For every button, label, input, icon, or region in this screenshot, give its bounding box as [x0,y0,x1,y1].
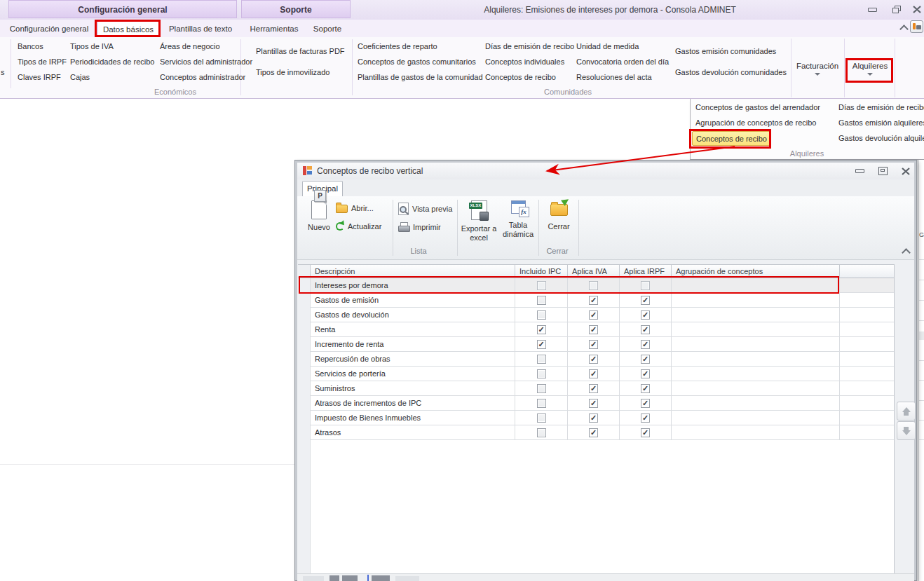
grid-row-6[interactable]: Servicios de portería✓✓ [298,367,894,381]
aplica-irpf-checkbox[interactable]: ✓ [641,310,650,320]
aplica-irpf-checkbox[interactable]: ✓ [641,384,650,393]
aplica-iva-checkbox[interactable]: ✓ [589,340,598,349]
menu-item-2[interactable]: Gastos devolución alquileres [835,131,924,146]
grid-row-2[interactable]: Gastos de devolución✓✓ [298,308,894,322]
aplica-irpf-checkbox[interactable]: ✓ [641,325,650,334]
ribbon-item-0[interactable]: Tipos de IVA [67,39,117,54]
dialog-titlebar[interactable]: Conceptos de recibo vertical [297,163,914,180]
menu-item-0[interactable]: Conceptos de gastos del arrendador [692,100,824,116]
cell-agrupacion[interactable] [672,381,840,395]
incluido-ipc-checkbox[interactable] [537,384,546,393]
aplica-irpf-checkbox[interactable]: ✓ [641,428,650,437]
ribbon-item-0[interactable]: Bancos [14,39,47,54]
grid-header-aplica-irpf[interactable]: Aplica IRPF [620,265,672,278]
ribbon-item-2[interactable]: Claves IRPF [14,69,64,85]
aplica-iva-checkbox[interactable]: ✓ [589,428,598,437]
incluido-ipc-checkbox[interactable] [537,413,546,423]
help-app-icon[interactable] [910,20,923,33]
grid-row-8[interactable]: Atrasos de incrementos de IPC✓✓ [298,396,894,411]
nuevo-button[interactable]: Nuevo [304,200,334,231]
aplica-iva-checkbox[interactable]: ✓ [589,413,598,423]
aplica-irpf-checkbox[interactable]: ✓ [641,413,650,423]
ribbon-item-1[interactable]: Gastos devolución comunidades [672,62,790,83]
ribbon-item-1[interactable]: Tipos de inmovilizado [252,62,333,83]
dialog-minimize-button[interactable] [852,165,867,177]
move-row-down-button[interactable] [897,421,916,440]
aplica-irpf-checkbox[interactable]: ✓ [641,340,650,349]
incluido-ipc-checkbox[interactable] [537,428,546,437]
dialog-maximize-button[interactable] [875,165,890,177]
minimize-button[interactable] [864,4,880,15]
cell-agrupacion[interactable] [672,278,840,292]
cell-descripcion[interactable]: Suministros [311,381,515,395]
imprimir-button[interactable]: Imprimir [398,222,441,231]
cell-descripcion[interactable]: Renta [311,322,515,336]
ribbon-item-2[interactable]: Resoluciones del acta [573,69,655,85]
cell-descripcion[interactable]: Gastos de devolución [311,308,515,322]
menu-item-0[interactable]: Días de emisión de recibo [835,100,924,116]
close-button[interactable] [909,4,924,15]
cell-agrupacion[interactable] [672,367,840,381]
aplica-irpf-checkbox[interactable]: ✓ [641,399,650,408]
tabla-dinamica-button[interactable]: Tabla dinámica [500,200,536,239]
aplica-iva-checkbox[interactable]: ✓ [589,296,598,305]
incluido-ipc-checkbox[interactable] [537,369,546,378]
aplica-irpf-checkbox[interactable] [641,281,650,290]
grid-row-10[interactable]: Atrasos✓✓ [298,425,894,440]
incluido-ipc-checkbox[interactable] [537,281,546,290]
grid-row-1[interactable]: Gastos de emisión✓✓ [298,293,894,308]
aplica-iva-checkbox[interactable]: ✓ [589,384,598,393]
aplica-iva-checkbox[interactable]: ✓ [589,310,598,320]
grid-row-5[interactable]: Repercusión de obras✓✓ [298,352,894,367]
menu-item-1[interactable]: Gastos emisión alquileres [835,116,924,131]
ribbon-item-1[interactable]: Conceptos de gastos comunitarios [354,54,480,69]
cell-descripcion[interactable]: Repercusión de obras [311,352,515,366]
cell-descripcion[interactable]: Intereses por demora [311,278,515,292]
aplica-iva-checkbox[interactable]: ✓ [589,369,598,378]
grid-header-incluido-ipc[interactable]: Incluido IPC [515,265,568,278]
ribbon-item-0[interactable]: Plantillas de facturas PDF [252,41,348,62]
ribbon-item-0[interactable]: Áreas de negocio [156,39,224,54]
cell-descripcion[interactable]: Gastos de emisión [311,293,515,307]
abrir-button[interactable]: Abrir... [336,203,374,213]
menu-item-2[interactable]: Conceptos de recibo [692,131,771,146]
aplica-irpf-checkbox[interactable]: ✓ [641,355,650,364]
restore-button[interactable] [889,4,904,15]
dialog-collapse-ribbon-button[interactable] [898,245,913,257]
cell-descripcion[interactable]: Impuesto de Bienes Inmuebles [311,411,515,425]
incluido-ipc-checkbox[interactable]: ✓ [537,340,546,349]
cell-descripcion[interactable]: Atrasos de incrementos de IPC [311,396,515,410]
cerrar-button[interactable]: Cerrar [541,198,577,231]
ribbon-item-2[interactable]: Conceptos de recibo [482,69,559,85]
grid-row-3[interactable]: Renta✓✓✓ [298,322,894,337]
aplica-iva-checkbox[interactable]: ✓ [589,325,598,334]
collapse-ribbon-button[interactable] [896,22,911,33]
ribbon-item-0[interactable]: Días de emisión de recibo [482,39,578,54]
incluido-ipc-checkbox[interactable] [537,296,546,305]
ribbon-item-1[interactable]: Periodicidades de recibo [67,54,158,69]
ribbon-item-1[interactable]: Convocatoria orden del día [573,54,672,69]
cell-descripcion[interactable]: Incremento de renta [311,337,515,351]
ribbon-tab-plantillas-de-texto[interactable]: Plantillas de texto [165,21,236,36]
grid-row-7[interactable]: Suministros✓✓ [298,381,894,396]
ribbon-item-0[interactable]: Coeficientes de reparto [354,39,441,54]
cell-descripcion[interactable]: Atrasos [311,425,515,439]
incluido-ipc-checkbox[interactable]: ✓ [537,325,546,334]
incluido-ipc-checkbox[interactable] [537,310,546,320]
ribbon-item-2[interactable]: Conceptos administrador [156,69,249,85]
grid-row-4[interactable]: Incremento de renta✓✓✓ [298,337,894,352]
aplica-irpf-checkbox[interactable]: ✓ [641,369,650,378]
menu-item-1[interactable]: Agrupación de conceptos de recibo [692,116,820,131]
ribbon-item-1[interactable]: Tipos de IRPF [14,54,70,69]
cell-descripcion[interactable]: Servicios de portería [311,367,515,381]
cell-agrupacion[interactable] [672,396,840,410]
vista-previa-button[interactable]: Vista previa [398,203,452,215]
ribbon-tab-soporte[interactable]: Soporte [306,21,348,36]
actualizar-button[interactable]: Actualizar [336,222,381,231]
cell-agrupacion[interactable] [672,425,840,439]
ribbon-item-2[interactable]: Cajas [67,69,93,85]
ribbon-tab-herramientas[interactable]: Herramientas [247,21,301,36]
ribbon-tab-configuracion-general[interactable]: Configuración general [8,21,90,36]
ribbon-tab-datos-basicos[interactable]: Datos básicos [97,21,159,36]
cell-agrupacion[interactable] [672,308,840,322]
